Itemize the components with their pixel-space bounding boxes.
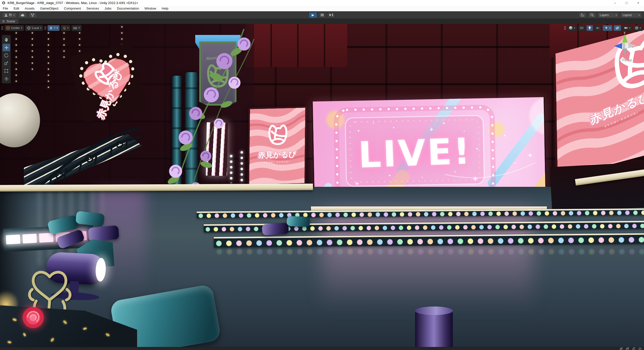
glow-panel	[6, 235, 20, 244]
effects-star-icon	[605, 26, 608, 30]
undo-history-button[interactable]	[579, 12, 586, 18]
camera-dropdown[interactable]: ▾	[622, 25, 632, 31]
gold-petal	[83, 327, 87, 330]
step-button[interactable]	[327, 12, 335, 18]
stage-3d-scene: Akami Karubi 赤見かるび	[0, 24, 644, 347]
maximize-icon[interactable]: □	[621, 0, 632, 6]
cache-disabled-icon[interactable]	[626, 347, 629, 350]
hand-icon	[4, 37, 9, 42]
tool-handle-position-dropdown[interactable]: Center ▾	[5, 25, 24, 31]
view-orientation-gizmo[interactable]: y ◄ Persp	[609, 30, 641, 62]
gizmo-x-axis-cone[interactable]	[628, 43, 636, 49]
menu-services[interactable]: Services	[84, 6, 102, 11]
menu-window[interactable]: Window	[142, 6, 159, 11]
chevron-down-icon: ▾	[13, 14, 15, 16]
minimize-icon[interactable]: –	[609, 0, 621, 6]
grid-snap-dropdown[interactable]: ▾	[61, 25, 70, 31]
audio-mute-toggle[interactable]	[594, 25, 601, 31]
menu-file[interactable]: File	[0, 6, 11, 11]
layers-dropdown[interactable]: Layers ▾	[598, 12, 619, 18]
person-icon	[4, 13, 8, 17]
unity-logo-icon	[2, 1, 6, 5]
hidden-objects-toggle[interactable]	[614, 25, 621, 31]
persp-label: Persp	[622, 58, 632, 62]
step-icon	[329, 14, 333, 16]
tool-handle-rotation-dropdown[interactable]: Local ▾	[25, 25, 43, 31]
chevron-down-icon: ▾	[638, 14, 640, 16]
rotate-tool[interactable]	[3, 52, 10, 59]
view-hand-tool[interactable]	[3, 36, 10, 43]
layout-label: Layout	[623, 13, 632, 17]
pane-tab-bar: Scene	[0, 19, 644, 24]
menu-documentation[interactable]: Documentation	[114, 6, 142, 11]
grid-visibility-button[interactable]: Y ▾	[48, 25, 60, 31]
drag-handle-icon[interactable]	[1, 26, 3, 30]
debugger-disabled-icon[interactable]	[620, 347, 623, 350]
window-title: KRB_BurgerStage - KRB_stage_0707 - Windo…	[8, 1, 138, 5]
close-icon[interactable]: ×	[632, 0, 644, 6]
gizmo-y-label: y	[624, 30, 626, 34]
search-button[interactable]	[588, 12, 596, 18]
menu-gameobject[interactable]: GameObject	[37, 6, 61, 11]
gold-petal	[50, 337, 54, 342]
chevron-down-icon: ▾	[609, 27, 611, 29]
spotlight-purple	[262, 223, 289, 235]
light-string	[16, 24, 17, 83]
main-toolbar: 秋 ▾ ▶	[0, 11, 644, 19]
wall-strip-under-right-screen	[550, 162, 644, 212]
cube-icon	[27, 26, 31, 30]
progress-ok-icon[interactable]	[638, 347, 641, 350]
projection-label[interactable]: ◄ Persp	[609, 58, 641, 62]
grid-icon	[2, 20, 5, 23]
glow-panel	[39, 233, 54, 243]
rect-tool[interactable]	[3, 67, 10, 75]
menu-help[interactable]: Help	[159, 6, 171, 11]
move-tool[interactable]	[3, 44, 10, 51]
gizmos-dropdown[interactable]: ▾	[633, 25, 643, 31]
vine-roses	[160, 37, 251, 209]
speaker-muted-icon	[596, 26, 600, 30]
gizmo-z-axis-cone[interactable]	[614, 43, 622, 49]
handle-label: Center	[11, 26, 20, 29]
scene-viewport[interactable]: Akami Karubi 赤見かるび	[0, 24, 644, 347]
cloud-button[interactable]	[18, 12, 27, 18]
red-rose	[21, 305, 46, 330]
menu-assets[interactable]: Assets	[22, 6, 37, 11]
drag-handle-icon[interactable]	[44, 26, 46, 30]
grid-icon	[49, 26, 53, 30]
title-bar: KRB_BurgerStage - KRB_stage_0707 - Windo…	[0, 0, 644, 6]
pause-button[interactable]	[318, 12, 326, 18]
search-icon	[590, 13, 594, 17]
version-control-button[interactable]	[29, 12, 36, 18]
status-bar	[0, 347, 644, 350]
drag-handle-icon[interactable]	[564, 26, 566, 30]
draw-mode-dropdown[interactable]: ▾	[567, 25, 577, 31]
light-string	[48, 24, 49, 90]
menu-component[interactable]: Component	[61, 6, 84, 11]
auto-refresh-disabled-icon[interactable]	[632, 347, 635, 350]
tab-scene[interactable]: Scene	[0, 19, 19, 24]
layout-dropdown[interactable]: Layout ▾	[621, 12, 642, 18]
scene-tab-label: Scene	[7, 20, 15, 23]
layers-label: Layers	[600, 13, 609, 17]
scene-view-toolbar: Center ▾ Local ▾ Y ▾ ▾	[1, 25, 643, 31]
rect-icon	[4, 69, 9, 73]
chevron-down-icon: ▾	[67, 27, 69, 29]
effects-dropdown[interactable]: ▾	[603, 25, 612, 31]
gizmos-sphere-icon	[635, 26, 638, 30]
gizmo-arrow-icon: ◄	[618, 59, 621, 62]
account-button[interactable]: 秋 ▾	[2, 12, 17, 18]
gizmo-down-axis-cone[interactable]	[623, 49, 627, 55]
scale-tool[interactable]	[3, 59, 10, 67]
menu-edit[interactable]: Edit	[11, 6, 22, 11]
2d-view-toggle[interactable]: 2D	[578, 25, 585, 31]
menu-bar: File Edit Assets GameObject Component Se…	[0, 6, 644, 11]
play-button[interactable]: ▶	[309, 12, 317, 18]
grid-axis-label: Y	[54, 27, 55, 29]
snap-increment-dropdown[interactable]: ▾	[71, 25, 82, 31]
scene-lighting-toggle[interactable]	[586, 25, 593, 31]
2d-label: 2D	[580, 26, 584, 29]
menu-jobs[interactable]: Jobs	[102, 6, 114, 11]
gizmo-y-axis-cone[interactable]	[622, 34, 628, 42]
transform-tool[interactable]	[3, 75, 10, 82]
